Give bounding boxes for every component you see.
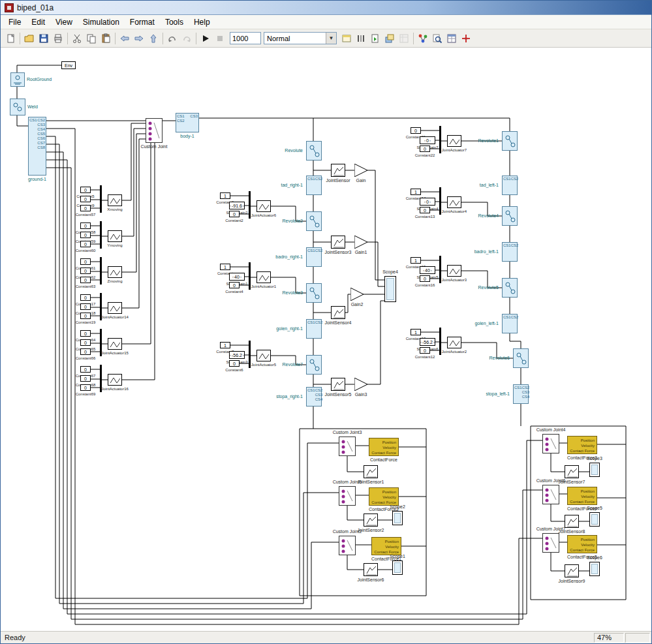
block-tad_l[interactable]: CS1CS2 [502, 176, 518, 195]
nav-forward-icon[interactable] [132, 31, 146, 46]
cut-icon[interactable] [70, 31, 84, 46]
block-g9-c3[interactable]: 0 [420, 146, 430, 152]
block-g10-sl[interactable]: ‹0› [420, 198, 435, 206]
model-explorer-icon[interactable] [339, 31, 354, 46]
block-g8-act[interactable] [256, 350, 271, 361]
block-g7-c1[interactable]: 1 [220, 264, 230, 270]
block-g2-mux[interactable] [100, 257, 102, 284]
block-cf3[interactable]: PositionVelocityContact Force [567, 436, 597, 454]
block-cf1[interactable]: PositionVelocityContact Force [371, 537, 401, 555]
block-stopa_l[interactable]: CS1CS2CS3CS4 [513, 384, 529, 404]
block-stopa_r[interactable]: CS1CS2CS3CS4 [306, 387, 322, 406]
block-g5-act[interactable] [108, 374, 122, 386]
library-browser-icon[interactable] [382, 31, 397, 46]
sim-mode-dropdown[interactable]: Normal ▼ [264, 32, 337, 44]
block-badro_r[interactable]: CS1CS2 [306, 247, 322, 267]
block-g4-act[interactable] [108, 338, 122, 350]
block-g12-c3[interactable]: 0 [420, 347, 430, 354]
block-rev2[interactable] [306, 211, 322, 231]
block-g10-c3[interactable]: 0 [420, 207, 430, 213]
block-gain3[interactable] [354, 378, 367, 391]
block-ground1[interactable]: CS1CS2CS3CS4CS5CS6CS7CS8 [28, 117, 46, 176]
menu-edit[interactable]: Edit [26, 16, 50, 29]
menu-format[interactable]: Format [125, 16, 160, 29]
menu-file[interactable]: File [3, 16, 26, 29]
block-rev_l1[interactable] [502, 131, 518, 151]
build-icon[interactable] [354, 31, 368, 46]
block-sc1[interactable] [392, 560, 403, 575]
block-g7-sl[interactable]: ‹40› [229, 273, 245, 281]
block-cj7[interactable] [542, 533, 559, 553]
block-g12-sl[interactable]: ‹-56.2› [420, 338, 435, 346]
block-g8-c1[interactable]: 1 [220, 342, 230, 348]
block-g4-c1[interactable]: 0 [80, 330, 91, 337]
undo-icon[interactable] [165, 31, 179, 46]
block-g4-c2[interactable]: 0 [80, 339, 91, 346]
block-rev5[interactable] [502, 278, 518, 298]
library-icon[interactable] [416, 31, 430, 46]
block-g1-act[interactable] [108, 230, 122, 242]
block-g9-mux[interactable] [439, 126, 441, 153]
block-js3[interactable] [331, 236, 345, 249]
block-g4-c3[interactable]: 0 [80, 348, 91, 355]
block-gain0[interactable] [354, 164, 367, 177]
block-g2-c1[interactable]: 0 [80, 258, 91, 265]
block-sc5[interactable] [589, 512, 600, 527]
sim-stop-time-input[interactable] [230, 32, 261, 44]
workspace-icon[interactable] [444, 31, 459, 46]
block-cj2[interactable] [339, 536, 356, 555]
block-g12-mux[interactable] [439, 328, 441, 355]
block-g1-c1[interactable]: 0 [80, 222, 91, 229]
block-g10-c1[interactable]: 1 [411, 189, 421, 195]
block-cj6[interactable] [542, 485, 559, 504]
block-g3-act[interactable] [108, 302, 122, 314]
block-g7-c3[interactable]: 0 [229, 282, 240, 288]
block-badro_l[interactable]: CS1CS2 [502, 242, 518, 262]
block-cj5[interactable] [339, 486, 356, 506]
menu-simulation[interactable]: Simulation [78, 16, 125, 29]
block-g6-act[interactable] [256, 200, 271, 212]
block-g8-c3[interactable]: 0 [229, 360, 240, 367]
block-g2-c2[interactable]: 0 [80, 268, 91, 274]
block-rev7[interactable] [306, 355, 322, 375]
model-canvas[interactable]: EnvRootGroundWeldCS1CS2CS3CS4CS5CS6CS7CS… [1, 48, 651, 631]
block-g0-c2[interactable]: 0 [80, 196, 91, 202]
block-gain1[interactable] [354, 236, 367, 249]
block-cf5[interactable]: PositionVelocityContact Force [567, 535, 597, 553]
block-g3-c3[interactable]: 0 [80, 313, 91, 319]
block-rev_r1[interactable] [306, 141, 322, 161]
block-g11-c3[interactable]: 0 [420, 275, 430, 282]
menu-tools[interactable]: Tools [160, 16, 189, 29]
block-js4[interactable] [331, 306, 345, 319]
chevron-down-icon[interactable]: ▼ [326, 33, 336, 44]
stop-sim-icon[interactable] [213, 31, 227, 46]
block-g1-c3[interactable]: 0 [80, 241, 91, 247]
update-diagram-icon[interactable] [368, 31, 382, 46]
block-g6-sl[interactable]: ‹-91.6› [229, 202, 245, 209]
block-cf4[interactable]: PositionVelocityContact Force [567, 487, 597, 505]
block-g5-c1[interactable]: 0 [80, 366, 91, 373]
block-g6-c3[interactable]: 0 [229, 211, 240, 217]
block-jsr2[interactable] [364, 514, 378, 527]
block-jsl3[interactable] [565, 564, 579, 577]
block-rootground[interactable] [10, 72, 25, 87]
block-g1-c2[interactable]: 0 [80, 232, 91, 238]
block-cjoint_top[interactable] [146, 118, 163, 143]
block-rev3[interactable] [306, 283, 322, 303]
block-js0[interactable] [331, 164, 345, 177]
block-g10-mux[interactable] [439, 187, 441, 215]
block-golen_l[interactable]: CS1CS2 [502, 314, 518, 333]
redo-icon[interactable] [179, 31, 194, 46]
block-g11-mux[interactable] [439, 256, 441, 283]
paste-icon[interactable] [99, 31, 113, 46]
block-scope4[interactable] [384, 276, 396, 302]
menu-view[interactable]: View [50, 16, 78, 29]
start-sim-icon[interactable] [198, 31, 213, 46]
menu-help[interactable]: Help [189, 16, 215, 29]
block-g8-mux[interactable] [249, 341, 251, 368]
mech-env-icon[interactable] [459, 31, 473, 46]
block-g10-act[interactable] [447, 196, 461, 208]
block-g0-mux[interactable] [100, 185, 102, 213]
block-g12-c1[interactable]: 1 [411, 329, 421, 335]
block-g3-c2[interactable]: 0 [80, 303, 91, 310]
